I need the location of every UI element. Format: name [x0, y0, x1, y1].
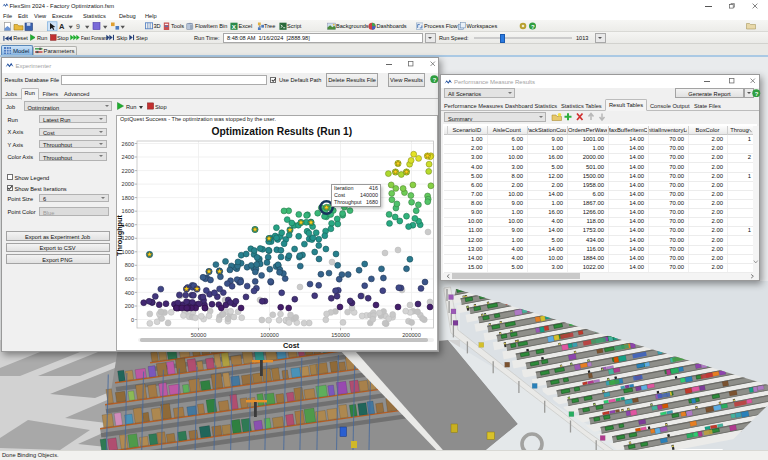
svg-text:100000: 100000: [260, 332, 279, 338]
svg-text:0: 0: [131, 317, 134, 323]
svg-text:150000: 150000: [331, 332, 350, 338]
svg-text:1600: 1600: [122, 208, 134, 214]
svg-text:1800: 1800: [122, 195, 134, 201]
svg-text:2600: 2600: [122, 141, 134, 147]
svg-text:400: 400: [125, 290, 134, 296]
svg-text:200000: 200000: [402, 332, 421, 338]
svg-text:600: 600: [125, 276, 134, 282]
svg-text:2400: 2400: [122, 154, 134, 160]
svg-text:2000: 2000: [122, 181, 134, 187]
svg-text:2200: 2200: [122, 168, 134, 174]
svg-text:?: ?: [755, 90, 759, 96]
svg-text:800: 800: [125, 262, 134, 268]
svg-text:200: 200: [125, 303, 134, 309]
svg-text:50000: 50000: [191, 332, 207, 338]
